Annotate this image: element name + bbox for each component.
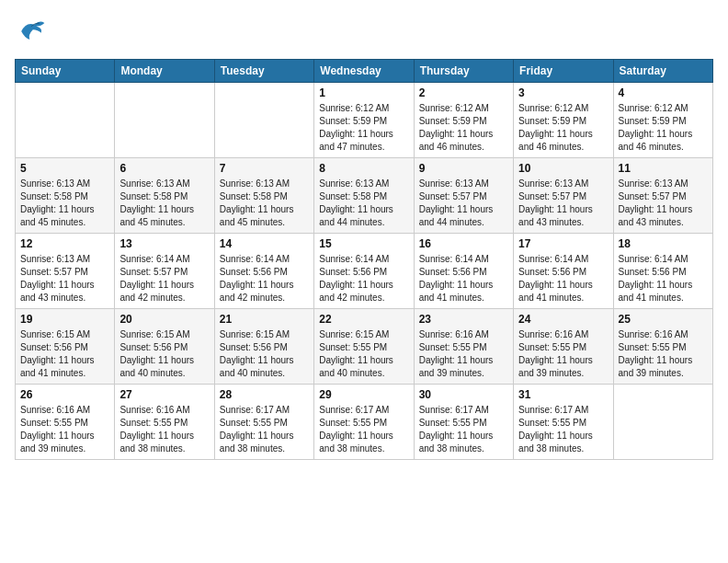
calendar-cell: 25Sunrise: 6:16 AM Sunset: 5:55 PM Dayli… [613,309,712,385]
cell-day-number: 22 [319,313,408,326]
calendar-cell [16,83,115,158]
cell-day-number: 18 [619,237,708,250]
calendar-cell: 6Sunrise: 6:13 AM Sunset: 5:58 PM Daylig… [115,158,214,234]
cell-day-info: Sunrise: 6:12 AM Sunset: 5:59 PM Dayligh… [419,102,508,154]
calendar-cell [214,83,313,158]
calendar-cell: 23Sunrise: 6:16 AM Sunset: 5:55 PM Dayli… [414,309,513,385]
calendar-cell: 28Sunrise: 6:17 AM Sunset: 5:55 PM Dayli… [214,385,313,460]
cell-day-info: Sunrise: 6:16 AM Sunset: 5:55 PM Dayligh… [518,328,608,380]
calendar-cell: 27Sunrise: 6:16 AM Sunset: 5:55 PM Dayli… [115,385,214,460]
cell-day-number: 5 [20,162,109,175]
cell-day-info: Sunrise: 6:15 AM Sunset: 5:56 PM Dayligh… [119,328,209,380]
cell-day-info: Sunrise: 6:13 AM Sunset: 5:58 PM Dayligh… [119,178,209,229]
calendar-cell: 22Sunrise: 6:15 AM Sunset: 5:55 PM Dayli… [314,309,414,385]
weekday-header-thursday: Thursday [414,60,513,83]
cell-day-info: Sunrise: 6:15 AM Sunset: 5:56 PM Dayligh… [20,328,109,380]
calendar-cell: 1Sunrise: 6:12 AM Sunset: 5:59 PM Daylig… [314,83,414,158]
cell-day-number: 31 [518,388,608,401]
calendar-cell: 14Sunrise: 6:14 AM Sunset: 5:56 PM Dayli… [214,234,313,309]
cell-day-number: 10 [518,162,608,175]
cell-day-number: 23 [419,313,508,326]
cell-day-info: Sunrise: 6:13 AM Sunset: 5:58 PM Dayligh… [220,178,309,229]
cell-day-info: Sunrise: 6:17 AM Sunset: 5:55 PM Dayligh… [319,404,408,455]
cell-day-number: 3 [518,86,608,99]
cell-day-number: 20 [119,313,209,326]
cell-day-info: Sunrise: 6:17 AM Sunset: 5:55 PM Dayligh… [220,404,309,455]
cell-day-info: Sunrise: 6:15 AM Sunset: 5:55 PM Dayligh… [319,328,408,380]
calendar-cell: 19Sunrise: 6:15 AM Sunset: 5:56 PM Dayli… [16,309,115,385]
cell-day-info: Sunrise: 6:12 AM Sunset: 5:59 PM Dayligh… [619,102,708,154]
calendar-cell: 2Sunrise: 6:12 AM Sunset: 5:59 PM Daylig… [414,83,513,158]
calendar-cell: 30Sunrise: 6:17 AM Sunset: 5:55 PM Dayli… [414,385,513,460]
calendar-cell: 8Sunrise: 6:13 AM Sunset: 5:58 PM Daylig… [314,158,414,234]
calendar-cell: 7Sunrise: 6:13 AM Sunset: 5:58 PM Daylig… [214,158,313,234]
cell-day-number: 13 [119,237,209,250]
calendar-cell: 21Sunrise: 6:15 AM Sunset: 5:56 PM Dayli… [214,309,313,385]
logo-bird-icon [15,15,48,48]
cell-day-number: 8 [319,162,408,175]
cell-day-info: Sunrise: 6:14 AM Sunset: 5:57 PM Dayligh… [119,253,209,304]
calendar-header: SundayMondayTuesdayWednesdayThursdayFrid… [16,60,713,83]
cell-day-info: Sunrise: 6:13 AM Sunset: 5:57 PM Dayligh… [20,253,109,304]
calendar-week-3: 19Sunrise: 6:15 AM Sunset: 5:56 PM Dayli… [16,309,713,385]
cell-day-info: Sunrise: 6:14 AM Sunset: 5:56 PM Dayligh… [319,253,408,304]
cell-day-number: 1 [319,86,408,99]
calendar-cell: 29Sunrise: 6:17 AM Sunset: 5:55 PM Dayli… [314,385,414,460]
cell-day-number: 17 [518,237,608,250]
calendar-cell: 17Sunrise: 6:14 AM Sunset: 5:56 PM Dayli… [514,234,613,309]
cell-day-info: Sunrise: 6:14 AM Sunset: 5:56 PM Dayligh… [419,253,508,304]
calendar-cell: 11Sunrise: 6:13 AM Sunset: 5:57 PM Dayli… [613,158,712,234]
weekday-header-friday: Friday [514,60,613,83]
calendar-cell: 24Sunrise: 6:16 AM Sunset: 5:55 PM Dayli… [514,309,613,385]
cell-day-info: Sunrise: 6:16 AM Sunset: 5:55 PM Dayligh… [619,328,708,380]
cell-day-number: 11 [619,162,708,175]
calendar-cell: 12Sunrise: 6:13 AM Sunset: 5:57 PM Dayli… [16,234,115,309]
weekday-row: SundayMondayTuesdayWednesdayThursdayFrid… [16,60,713,83]
cell-day-number: 2 [419,86,508,99]
weekday-header-saturday: Saturday [613,60,712,83]
calendar-week-4: 26Sunrise: 6:16 AM Sunset: 5:55 PM Dayli… [16,385,713,460]
cell-day-number: 6 [119,162,209,175]
page-header [15,15,713,48]
calendar-cell: 26Sunrise: 6:16 AM Sunset: 5:55 PM Dayli… [16,385,115,460]
cell-day-number: 15 [319,237,408,250]
cell-day-info: Sunrise: 6:13 AM Sunset: 5:57 PM Dayligh… [419,178,508,229]
cell-day-number: 9 [419,162,508,175]
cell-day-info: Sunrise: 6:13 AM Sunset: 5:57 PM Dayligh… [518,178,608,229]
cell-day-number: 28 [220,388,309,401]
cell-day-number: 4 [619,86,708,99]
cell-day-number: 30 [419,388,508,401]
cell-day-number: 21 [220,313,309,326]
cell-day-info: Sunrise: 6:16 AM Sunset: 5:55 PM Dayligh… [419,328,508,380]
cell-day-number: 19 [20,313,109,326]
calendar-cell: 18Sunrise: 6:14 AM Sunset: 5:56 PM Dayli… [613,234,712,309]
calendar-cell: 20Sunrise: 6:15 AM Sunset: 5:56 PM Dayli… [115,309,214,385]
calendar-cell: 3Sunrise: 6:12 AM Sunset: 5:59 PM Daylig… [514,83,613,158]
cell-day-info: Sunrise: 6:14 AM Sunset: 5:56 PM Dayligh… [220,253,309,304]
cell-day-number: 29 [319,388,408,401]
calendar-cell: 4Sunrise: 6:12 AM Sunset: 5:59 PM Daylig… [613,83,712,158]
cell-day-info: Sunrise: 6:17 AM Sunset: 5:55 PM Dayligh… [518,404,608,455]
calendar-week-1: 5Sunrise: 6:13 AM Sunset: 5:58 PM Daylig… [16,158,713,234]
cell-day-info: Sunrise: 6:12 AM Sunset: 5:59 PM Dayligh… [319,102,408,154]
calendar-cell: 5Sunrise: 6:13 AM Sunset: 5:58 PM Daylig… [16,158,115,234]
cell-day-info: Sunrise: 6:13 AM Sunset: 5:58 PM Dayligh… [20,178,109,229]
cell-day-info: Sunrise: 6:14 AM Sunset: 5:56 PM Dayligh… [619,253,708,304]
cell-day-info: Sunrise: 6:17 AM Sunset: 5:55 PM Dayligh… [419,404,508,455]
cell-day-info: Sunrise: 6:13 AM Sunset: 5:58 PM Dayligh… [319,178,408,229]
weekday-header-monday: Monday [115,60,214,83]
cell-day-info: Sunrise: 6:16 AM Sunset: 5:55 PM Dayligh… [20,404,109,455]
cell-day-number: 7 [220,162,309,175]
cell-day-info: Sunrise: 6:12 AM Sunset: 5:59 PM Dayligh… [518,102,608,154]
calendar-cell: 9Sunrise: 6:13 AM Sunset: 5:57 PM Daylig… [414,158,513,234]
logo [15,15,53,48]
calendar-cell: 10Sunrise: 6:13 AM Sunset: 5:57 PM Dayli… [514,158,613,234]
calendar-cell: 15Sunrise: 6:14 AM Sunset: 5:56 PM Dayli… [314,234,414,309]
cell-day-number: 25 [619,313,708,326]
cell-day-number: 14 [220,237,309,250]
cell-day-info: Sunrise: 6:14 AM Sunset: 5:56 PM Dayligh… [518,253,608,304]
cell-day-number: 24 [518,313,608,326]
cell-day-number: 26 [20,388,109,401]
calendar-cell [613,385,712,460]
weekday-header-sunday: Sunday [16,60,115,83]
